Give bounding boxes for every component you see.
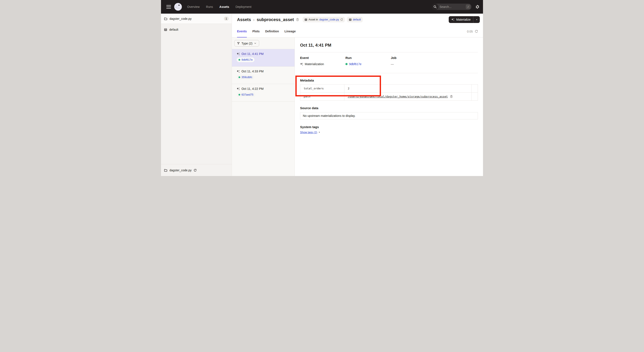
divider [300,73,478,73]
event-list-item[interactable]: Oct 11, 4:33 PM 359cdbfc [232,67,294,84]
page-title: subprocess_asset [256,17,294,22]
metadata-table: total_orders 2 path /Users/yuhan/dev/loc… [300,84,478,101]
asset-tree-sidebar: dagster_code.py 1 default dagster_code.p… [161,14,232,176]
asset-group-chip: default [347,17,363,22]
system-tags-heading: System tags [300,125,478,129]
metadata-spacer-cell [472,93,478,101]
source-data-empty-message: No upstream materializations to display. [303,114,356,117]
show-tags-toggle[interactable]: Show tags (2) [300,131,320,134]
refresh-icon[interactable] [475,30,478,33]
source-data-empty-box: No upstream materializations to display. [300,112,478,119]
breadcrumb-assets-link[interactable]: Assets [237,17,251,22]
nav-overview[interactable]: Overview [187,5,200,8]
event-detail-panel: Oct 11, 4:41 PM Event Materialization Ru… [295,37,483,176]
search-shortcut-key: / [466,4,470,9]
nav-assets[interactable]: Assets [219,5,229,8]
copy-asset-name-icon[interactable] [296,18,299,21]
event-list-item[interactable]: Oct 11, 4:22 PM 637aed75 [232,84,294,101]
dagster-logo[interactable] [174,3,182,11]
source-data-heading: Source data [300,106,478,110]
event-timestamp: Oct 11, 4:33 PM [242,70,264,73]
show-tags-label: Show tags (2) [300,131,317,134]
code-location-link[interactable]: dagster_code.py [319,18,339,21]
grid-icon [304,18,307,21]
table-row: path /Users/yuhan/dev/local/dagster_home… [300,93,478,101]
type-filter-button[interactable]: Type (2) [234,40,259,47]
materialize-button[interactable]: Materialize [449,16,480,23]
search-input[interactable] [438,5,466,8]
materialization-icon [300,62,303,66]
run-badge[interactable]: 9dbf617e [236,57,254,62]
metadata-value: 2 [344,84,472,93]
funnel-icon [237,42,240,45]
type-filter-label: Type (2) [242,42,252,45]
sidebar-item-default-group[interactable]: default [161,26,232,33]
materialization-icon [236,70,240,73]
settings-gear-icon[interactable] [475,5,480,9]
grid-icon [349,18,352,21]
storage-path-link[interactable]: /Users/yuhan/dev/local/dagster_home/stor… [348,95,448,98]
materialize-label: Materialize [456,18,471,21]
metadata-value: /Users/yuhan/dev/local/dagster_home/stor… [344,93,472,101]
job-column-label: Job [391,56,436,60]
run-badge[interactable]: 637aed75 [236,92,255,97]
asset-count-badge: 1 [224,16,229,21]
countdown-value: 0:05 [467,30,473,33]
events-body: Type (2) Oct 11, 4:41 PM 9dbf617e [232,37,483,176]
event-timestamp: Oct 11, 4:22 PM [242,87,264,90]
event-timestamp: Oct 11, 4:41 PM [242,52,264,55]
run-id-link[interactable]: 637aed75 [242,93,254,96]
run-column-label: Run [346,56,391,60]
nav-deployment[interactable]: Deployment [236,5,252,8]
caret-down-icon [318,131,320,133]
group-link[interactable]: default [353,18,361,21]
hamburger-menu-icon[interactable] [166,5,171,9]
run-status-dot [238,94,240,95]
tab-lineage[interactable]: Lineage [284,25,296,37]
event-column: Event Materialization [300,56,346,66]
tab-definition[interactable]: Definition [265,25,279,37]
search-icon [432,3,438,10]
nav-runs[interactable]: Runs [206,5,213,8]
content-area: dagster_code.py 1 default dagster_code.p… [161,14,483,176]
run-id-link[interactable]: 9dbf617e [349,62,362,66]
run-id-link[interactable]: 359cdbfc [242,76,252,79]
event-detail-title: Oct 11, 4:41 PM [300,42,478,48]
event-summary-columns: Event Materialization Run 9dbf617e [300,56,478,66]
folder-icon [164,17,168,20]
chip-prefix-text: Asset in [308,18,318,21]
footer-code-location-label: dagster_code.py [170,169,192,172]
run-column: Run 9dbf617e [346,56,391,66]
reload-icon[interactable] [194,169,196,172]
run-status-dot [346,63,348,65]
event-list-panel: Type (2) Oct 11, 4:41 PM 9dbf617e [232,37,295,176]
folder-icon [164,169,168,172]
run-status-dot [238,76,240,78]
tab-plots[interactable]: Plots [252,25,260,37]
main-panel: Assets › subprocess_asset Asset in dagst… [232,14,483,176]
table-row: total_orders 2 [300,84,478,93]
global-search[interactable]: / [432,3,472,10]
sidebar-item-code-location[interactable]: dagster_code.py 1 [161,14,232,24]
run-status-dot [238,59,240,61]
event-list-item[interactable]: Oct 11, 4:41 PM 9dbf617e [232,49,294,67]
copy-path-icon[interactable] [450,95,453,98]
materialize-dropdown-caret[interactable] [474,19,480,21]
materialize-sparkle-icon [451,18,454,21]
code-location-label: dagster_code.py [170,17,192,20]
sidebar-footer-code-location[interactable]: dagster_code.py [161,164,232,176]
run-badge[interactable]: 359cdbfc [236,75,254,80]
run-id-link[interactable]: 9dbf617e [242,58,252,61]
dagster-app: Overview Runs Assets Deployment / dagste… [161,0,483,176]
metadata-key: total_orders [300,84,344,93]
materialization-icon [236,52,240,55]
reload-icon[interactable] [340,18,343,21]
asset-header: Assets › subprocess_asset Asset in dagst… [232,14,483,25]
group-label: default [169,28,178,31]
tab-events[interactable]: Events [237,25,247,37]
event-column-label: Event [300,56,346,60]
breadcrumb-separator: › [253,17,255,22]
divider [300,52,478,52]
asset-group-icon [164,28,167,31]
primary-nav: Overview Runs Assets Deployment [187,5,252,8]
